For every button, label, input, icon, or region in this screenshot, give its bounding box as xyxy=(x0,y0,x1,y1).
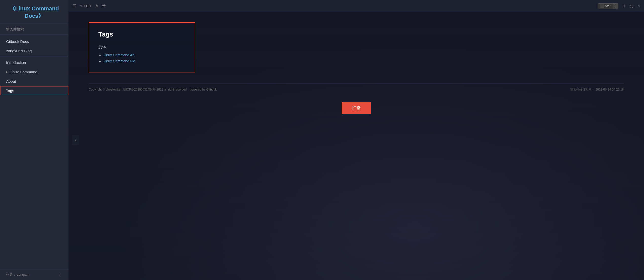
main-content: ☰ ✎ EDIT A 👁 ⬛ Star 0 ⇧ ◎ ○ ≡ ‹ xyxy=(68,0,644,280)
user-icon[interactable]: ○ xyxy=(637,4,640,8)
eye-icon[interactable]: 👁 xyxy=(102,4,106,8)
sidebar-header: 《Linux Command Docs》 xyxy=(0,0,68,24)
font-size-icon[interactable]: A xyxy=(96,4,98,8)
menu-icon[interactable]: ☰ xyxy=(72,4,76,8)
tags-box: Tags 测试 Linux Command Ab Linux Command F… xyxy=(89,22,195,73)
sidebar-item-linux-command[interactable]: ▶ Linux Command xyxy=(0,67,68,77)
star-label-area: ⬛ Star xyxy=(598,4,613,9)
sidebar: 《Linux Command Docs》 Gitbook Docs zongxu… xyxy=(0,0,68,280)
sidebar-nav: Gitbook Docs zongxun's Blog Introduction… xyxy=(0,35,68,269)
search-bar[interactable] xyxy=(0,24,68,35)
sidebar-more-options[interactable]: ⋮ xyxy=(59,273,62,277)
tag-link-fio[interactable]: Linux Command Fio xyxy=(103,59,135,63)
site-title[interactable]: 《Linux Command Docs》 xyxy=(6,5,62,20)
star-count: 0 xyxy=(613,4,618,9)
nav-expand-arrow: ▶ xyxy=(6,71,8,73)
sidebar-item-tags[interactable]: Tags xyxy=(0,86,68,95)
edit-icon: ✎ xyxy=(80,4,83,8)
page-footer: Copyright © ghostwritten 浙ICP备2020003245… xyxy=(89,83,624,96)
github-icon: ⬛ xyxy=(600,4,604,8)
tags-section-title: 测试 xyxy=(98,44,186,50)
search-input[interactable] xyxy=(6,27,62,31)
donate-button[interactable]: 打赏 xyxy=(342,102,371,114)
back-arrow[interactable]: ‹ xyxy=(72,135,79,145)
top-bar-right: ⬛ Star 0 ⇧ ◎ ○ xyxy=(598,3,640,9)
sidebar-item-introduction[interactable]: Introduction xyxy=(0,58,68,67)
content-inner: Tags 测试 Linux Command Ab Linux Command F… xyxy=(89,22,624,114)
footer-copyright: Copyright © ghostwritten 浙ICP备2020003245… xyxy=(89,88,217,92)
list-item: Linux Command Fio xyxy=(103,59,186,63)
footer-modified: 该文件修订时间： 2022-06-14 04:26:18 xyxy=(570,88,624,92)
page-title: Tags xyxy=(98,30,186,38)
tags-list: Linux Command Ab Linux Command Fio xyxy=(98,53,186,63)
list-item: Linux Command Ab xyxy=(103,53,186,57)
rss-icon[interactable]: ◎ xyxy=(630,4,633,8)
top-bar-left: ☰ ✎ EDIT A 👁 xyxy=(72,4,594,8)
sidebar-item-gitbook-docs[interactable]: Gitbook Docs xyxy=(0,37,68,46)
donate-area: 打赏 xyxy=(89,102,624,114)
edit-button[interactable]: ✎ EDIT xyxy=(80,4,91,8)
author-label: 作者： zongxun xyxy=(6,272,29,277)
sidebar-item-zongxun-blog[interactable]: zongxun's Blog xyxy=(0,46,68,56)
sidebar-footer: 作者： zongxun ⋮ xyxy=(0,269,68,280)
sidebar-item-about[interactable]: About xyxy=(0,77,68,86)
content-area: Tags 测试 Linux Command Ab Linux Command F… xyxy=(68,12,644,280)
top-bar: ☰ ✎ EDIT A 👁 ⬛ Star 0 ⇧ ◎ ○ xyxy=(68,0,644,12)
nav-divider-1 xyxy=(0,57,68,57)
github-star-button[interactable]: ⬛ Star 0 xyxy=(598,3,619,9)
share-icon[interactable]: ⇧ xyxy=(622,4,626,8)
tag-link-ab[interactable]: Linux Command Ab xyxy=(103,53,134,57)
